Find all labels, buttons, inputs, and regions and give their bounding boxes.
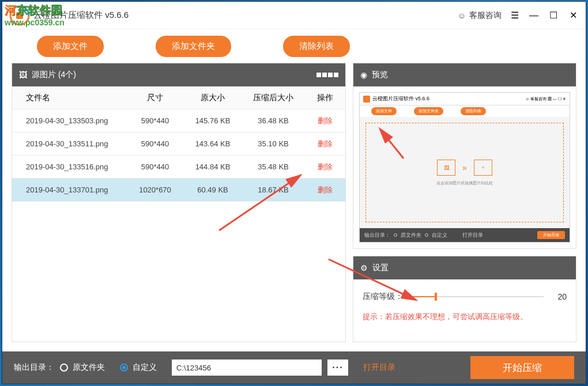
table-row[interactable]: 2019-04-30_133511.png590*440143.64 KB35.… <box>12 133 345 156</box>
gear-icon: ⚙ <box>360 263 368 273</box>
compression-level-label: 压缩等级： <box>363 292 403 302</box>
browse-button[interactable]: ··· <box>327 359 348 376</box>
orig-folder-radio[interactable] <box>60 364 68 372</box>
titlebar: 云橙图片压缩软件 v5.6.6 ☺ 客服咨询 ☰ — ☐ ✕ <box>2 2 586 29</box>
svg-rect-2 <box>16 12 23 19</box>
delete-link[interactable]: 删除 <box>318 116 333 125</box>
compression-hint: 提示：若压缩效果不理想，可尝试调高压缩等级。 <box>363 312 567 322</box>
image-icon: 🖼 <box>19 70 27 80</box>
table-row[interactable]: 2019-04-30_133516.png590*440144.84 KB35.… <box>12 156 345 179</box>
arrow-right-icon: » <box>462 163 467 172</box>
add-folder-button[interactable]: 添加文件夹 <box>156 36 231 57</box>
table-row[interactable]: 2019-04-30_133503.png590*440145.76 KB36.… <box>12 109 345 133</box>
app-title: 云橙图片压缩软件 v5.6.6 <box>33 10 129 21</box>
table-header: 文件名 尺寸 原大小 压缩后大小 操作 <box>12 86 345 109</box>
footer: 输出目录： 原文件夹 自定义 ··· 打开目录 开始压缩 <box>2 351 586 384</box>
source-panel: 🖼 源图片 (4个) 文件名 尺寸 原大小 压缩后大小 操作 2019-04-3… <box>12 63 346 342</box>
preview-thumbnail: 云橙图片压缩软件 v5.6.6 ☺ 客服咨询 ☰ — ☐ ✕ 添加文件 添加文件… <box>359 92 570 243</box>
app-logo-icon <box>9 5 30 26</box>
start-compress-button[interactable]: 开始压缩 <box>470 356 574 379</box>
source-header: 🖼 源图片 (4个) <box>12 63 345 86</box>
delete-link[interactable]: 删除 <box>318 162 333 171</box>
app-window: 云橙图片压缩软件 v5.6.6 ☺ 客服咨询 ☰ — ☐ ✕ 添加文件 添加文件… <box>2 1 586 384</box>
toolbar: 添加文件 添加文件夹 清除列表 <box>2 29 586 63</box>
compression-value: 20 <box>549 292 567 301</box>
output-path-input[interactable] <box>172 359 322 376</box>
menu-icon[interactable]: ☰ <box>510 10 520 21</box>
open-dir-link[interactable]: 打开目录 <box>363 362 395 373</box>
settings-panel: ⚙ 设置 压缩等级： 20 提示：若压缩效果不理想，可尝试调高压缩等级。 <box>353 256 576 342</box>
support-link[interactable]: ☺ 客服咨询 <box>458 10 502 21</box>
delete-link[interactable]: 删除 <box>318 186 333 194</box>
custom-folder-radio[interactable] <box>120 364 128 372</box>
close-button[interactable]: ✕ <box>567 10 579 21</box>
image-placeholder-icon: 🖼 <box>437 160 455 176</box>
eye-icon: ◉ <box>360 70 367 80</box>
view-toggle[interactable] <box>316 73 338 77</box>
minimize-button[interactable]: — <box>528 10 540 21</box>
compression-slider[interactable] <box>409 291 544 302</box>
clear-list-button[interactable]: 清除列表 <box>283 36 350 57</box>
add-file-button[interactable]: 添加文件 <box>37 36 104 57</box>
smile-icon: ☺ <box>458 11 466 20</box>
file-table: 文件名 尺寸 原大小 压缩后大小 操作 2019-04-30_133503.pn… <box>12 86 345 342</box>
preview-panel: ◉ 预览 云橙图片压缩软件 v5.6.6 ☺ 客服咨询 ☰ — ☐ ✕ 添加文件… <box>353 63 576 249</box>
table-row[interactable]: 2019-04-30_133701.png1020*67060.49 KB18.… <box>12 179 345 202</box>
output-label: 输出目录： <box>14 362 54 373</box>
delete-link[interactable]: 删除 <box>318 139 333 148</box>
maximize-button[interactable]: ☐ <box>548 10 559 21</box>
settings-header: ⚙ 设置 <box>353 256 576 279</box>
plus-icon: + <box>474 160 492 176</box>
preview-header: ◉ 预览 <box>353 63 576 86</box>
